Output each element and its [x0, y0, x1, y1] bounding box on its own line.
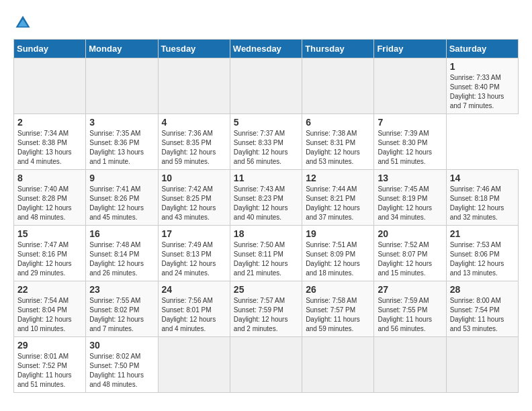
sunset-text: Sunset: 8:06 PM: [450, 250, 500, 258]
daylight-text: Daylight: 12 hours and 2 minutes.: [234, 316, 288, 332]
calendar-cell: [14, 58, 86, 114]
calendar-cell: [302, 58, 374, 114]
calendar-cell: 22Sunrise: 7:54 AMSunset: 8:04 PMDayligh…: [14, 281, 86, 337]
day-number: 5: [234, 117, 298, 128]
sunset-text: Sunset: 7:59 PM: [234, 306, 283, 314]
calendar-cell: 1Sunrise: 7:33 AMSunset: 8:40 PMDaylight…: [446, 58, 518, 114]
sunrise-text: Sunrise: 8:00 AM: [450, 297, 501, 304]
calendar-week-5: 29Sunrise: 8:01 AMSunset: 7:52 PMDayligh…: [14, 337, 519, 393]
daylight-text: Daylight: 12 hours and 59 minutes.: [162, 148, 216, 165]
day-number: 4: [162, 117, 226, 128]
day-detail: Sunrise: 7:56 AMSunset: 8:01 PMDaylight:…: [162, 296, 226, 334]
day-number: 24: [162, 284, 226, 295]
calendar-cell: 25Sunrise: 7:57 AMSunset: 7:59 PMDayligh…: [230, 281, 302, 337]
calendar-week-1: 2Sunrise: 7:34 AMSunset: 8:38 PMDaylight…: [14, 114, 519, 170]
sunrise-text: Sunrise: 7:34 AM: [17, 130, 69, 137]
calendar-cell: 21Sunrise: 7:53 AMSunset: 8:06 PMDayligh…: [446, 226, 518, 281]
day-number: 23: [89, 284, 154, 295]
sunrise-text: Sunrise: 7:43 AM: [234, 185, 285, 193]
col-saturday: Saturday: [446, 40, 518, 58]
logo-icon: [13, 13, 32, 32]
daylight-text: Daylight: 11 hours and 53 minutes.: [450, 316, 504, 332]
calendar-cell: 3Sunrise: 7:35 AMSunset: 8:36 PMDaylight…: [86, 114, 158, 170]
sunset-text: Sunset: 8:14 PM: [89, 250, 139, 258]
day-detail: Sunrise: 7:34 AMSunset: 8:38 PMDaylight:…: [17, 129, 82, 167]
day-detail: Sunrise: 7:37 AMSunset: 8:33 PMDaylight:…: [234, 129, 298, 167]
day-number: 22: [17, 284, 82, 295]
calendar-cell: 15Sunrise: 7:47 AMSunset: 8:16 PMDayligh…: [14, 226, 86, 281]
day-number: 19: [306, 228, 370, 239]
calendar-cell: 24Sunrise: 7:56 AMSunset: 8:01 PMDayligh…: [158, 281, 230, 337]
sunset-text: Sunset: 7:54 PM: [450, 306, 500, 314]
daylight-text: Daylight: 12 hours and 15 minutes.: [378, 260, 432, 277]
calendar-cell: 20Sunrise: 7:52 AMSunset: 8:07 PMDayligh…: [374, 226, 446, 281]
sunrise-text: Sunrise: 7:47 AM: [17, 241, 69, 248]
day-number: 2: [17, 117, 82, 128]
day-number: 17: [162, 228, 226, 239]
day-number: 12: [306, 173, 370, 183]
daylight-text: Daylight: 11 hours and 48 minutes.: [89, 371, 144, 388]
day-number: 13: [378, 173, 442, 183]
calendar-cell: 28Sunrise: 8:00 AMSunset: 7:54 PMDayligh…: [446, 281, 518, 337]
day-number: 1: [450, 61, 515, 72]
sunset-text: Sunset: 7:57 PM: [306, 306, 355, 314]
day-number: 9: [89, 173, 154, 183]
day-detail: Sunrise: 7:43 AMSunset: 8:23 PMDaylight:…: [234, 185, 298, 222]
calendar-cell: [230, 337, 302, 393]
calendar-cell: [302, 337, 374, 393]
calendar-cell: 5Sunrise: 7:37 AMSunset: 8:33 PMDaylight…: [230, 114, 302, 170]
sunset-text: Sunset: 7:55 PM: [378, 306, 427, 314]
sunset-text: Sunset: 8:16 PM: [17, 250, 67, 258]
sunset-text: Sunset: 8:04 PM: [17, 306, 67, 314]
day-number: 30: [89, 340, 154, 351]
sunset-text: Sunset: 8:25 PM: [162, 195, 212, 202]
daylight-text: Daylight: 12 hours and 43 minutes.: [162, 204, 216, 221]
day-number: 15: [17, 228, 82, 239]
daylight-text: Daylight: 13 hours and 7 minutes.: [450, 93, 504, 109]
calendar-cell: [86, 58, 158, 114]
sunrise-text: Sunrise: 7:45 AM: [378, 185, 429, 193]
sunset-text: Sunset: 8:18 PM: [450, 195, 500, 202]
calendar-cell: 8Sunrise: 7:40 AMSunset: 8:28 PMDaylight…: [14, 170, 86, 226]
sunrise-text: Sunrise: 7:39 AM: [378, 130, 429, 137]
daylight-text: Daylight: 11 hours and 59 minutes.: [306, 316, 360, 332]
daylight-text: Daylight: 12 hours and 10 minutes.: [17, 316, 72, 332]
day-detail: Sunrise: 7:40 AMSunset: 8:28 PMDaylight:…: [17, 185, 82, 222]
sunset-text: Sunset: 8:26 PM: [89, 195, 139, 202]
calendar-cell: [158, 58, 230, 114]
day-detail: Sunrise: 8:01 AMSunset: 7:52 PMDaylight:…: [17, 352, 82, 390]
calendar-cell: 16Sunrise: 7:48 AMSunset: 8:14 PMDayligh…: [86, 226, 158, 281]
calendar-cell: [446, 337, 518, 393]
sunrise-text: Sunrise: 7:56 AM: [162, 297, 213, 304]
day-detail: Sunrise: 7:41 AMSunset: 8:26 PMDaylight:…: [89, 185, 154, 222]
daylight-text: Daylight: 12 hours and 13 minutes.: [450, 260, 504, 277]
sunrise-text: Sunrise: 7:44 AM: [306, 185, 357, 193]
sunrise-text: Sunrise: 7:51 AM: [306, 241, 357, 248]
sunrise-text: Sunrise: 8:01 AM: [17, 353, 69, 360]
day-detail: Sunrise: 7:42 AMSunset: 8:25 PMDaylight:…: [162, 185, 226, 222]
sunset-text: Sunset: 8:09 PM: [306, 250, 355, 258]
day-number: 16: [89, 228, 154, 239]
daylight-text: Daylight: 12 hours and 32 minutes.: [450, 204, 504, 221]
calendar-week-3: 15Sunrise: 7:47 AMSunset: 8:16 PMDayligh…: [14, 226, 519, 281]
header: [13, 13, 519, 32]
daylight-text: Daylight: 12 hours and 24 minutes.: [162, 260, 216, 277]
calendar-cell: [158, 337, 230, 393]
sunrise-text: Sunrise: 7:50 AM: [234, 241, 285, 248]
calendar-body: 1Sunrise: 7:33 AMSunset: 8:40 PMDaylight…: [14, 58, 519, 393]
col-thursday: Thursday: [302, 40, 374, 58]
calendar-week-4: 22Sunrise: 7:54 AMSunset: 8:04 PMDayligh…: [14, 281, 519, 337]
logo: [13, 13, 35, 32]
calendar-cell: [230, 58, 302, 114]
day-detail: Sunrise: 7:35 AMSunset: 8:36 PMDaylight:…: [89, 129, 154, 167]
day-number: 10: [162, 173, 226, 183]
sunset-text: Sunset: 8:02 PM: [89, 306, 139, 314]
calendar-cell: 6Sunrise: 7:38 AMSunset: 8:31 PMDaylight…: [302, 114, 374, 170]
daylight-text: Daylight: 13 hours and 1 minute.: [89, 148, 144, 165]
day-number: 11: [234, 173, 298, 183]
daylight-text: Daylight: 12 hours and 7 minutes.: [89, 316, 144, 332]
calendar-cell: 12Sunrise: 7:44 AMSunset: 8:21 PMDayligh…: [302, 170, 374, 226]
day-detail: Sunrise: 7:38 AMSunset: 8:31 PMDaylight:…: [306, 129, 370, 167]
sunrise-text: Sunrise: 7:57 AM: [234, 297, 285, 304]
sunrise-text: Sunrise: 7:37 AM: [234, 130, 285, 137]
